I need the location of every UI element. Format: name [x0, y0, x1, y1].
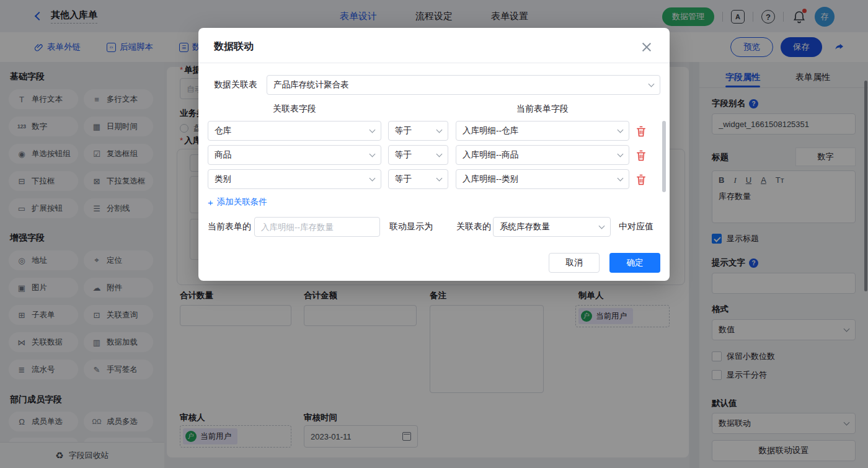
- column-header-right: 当前表单字段: [456, 104, 629, 115]
- delete-condition-icon[interactable]: [636, 174, 647, 186]
- current-field-input[interactable]: [254, 217, 380, 237]
- condition-left-select[interactable]: 仓库: [208, 121, 381, 141]
- chevron-down-icon: [436, 151, 443, 157]
- chevron-down-icon: [599, 223, 605, 229]
- related-field-select[interactable]: 系统库存数量: [493, 217, 611, 237]
- chevron-down-icon: [370, 175, 376, 181]
- chevron-down-icon: [370, 126, 376, 133]
- plus-icon: +: [208, 197, 213, 208]
- condition-op-select[interactable]: 等于: [388, 169, 448, 189]
- related-table-select[interactable]: 产品库存统计聚合表: [267, 75, 660, 95]
- related-table-label: 数据关联表: [214, 79, 257, 91]
- chevron-down-icon: [618, 175, 624, 181]
- chevron-down-icon: [649, 81, 655, 87]
- add-condition-link[interactable]: + 添加关联条件: [208, 196, 267, 208]
- conditions-scrollbar[interactable]: [662, 121, 666, 192]
- related-table-of-label: 关联表的: [456, 221, 491, 232]
- chevron-down-icon: [436, 175, 443, 181]
- suffix-label: 中对应值: [619, 221, 653, 232]
- chevron-down-icon: [618, 126, 624, 133]
- form-designer-app: 其他入库单 表单设计 流程设定 表单设置 数据管理 A ? 存 表单外链 ‹› …: [0, 0, 868, 468]
- condition-op-select[interactable]: 等于: [388, 145, 448, 165]
- confirm-button[interactable]: 确定: [609, 253, 660, 273]
- display-as-label: 联动显示为: [389, 221, 433, 232]
- chevron-down-icon: [370, 151, 376, 157]
- chevron-down-icon: [436, 126, 443, 133]
- condition-right-select[interactable]: 入库明细--仓库: [456, 121, 629, 141]
- divider: [198, 63, 670, 63]
- delete-condition-icon[interactable]: [636, 125, 647, 138]
- delete-condition-icon[interactable]: [636, 149, 647, 162]
- current-form-label: 当前表单的: [208, 221, 251, 232]
- column-header-left: 关联表字段: [208, 104, 381, 115]
- condition-right-select[interactable]: 入库明细--类别: [456, 169, 629, 189]
- modal-title: 数据联动: [214, 40, 254, 53]
- condition-op-select[interactable]: 等于: [388, 121, 448, 141]
- condition-left-select[interactable]: 商品: [208, 145, 381, 165]
- condition-right-select[interactable]: 入库明细--商品: [456, 145, 629, 165]
- close-icon[interactable]: [641, 42, 652, 53]
- chevron-down-icon: [618, 151, 624, 157]
- data-linkage-modal: 数据联动 数据关联表 产品库存统计聚合表 关联表字段 当前表单字段 仓库 等于 …: [198, 28, 670, 281]
- condition-left-select[interactable]: 类别: [208, 169, 381, 189]
- cancel-button[interactable]: 取消: [549, 253, 600, 273]
